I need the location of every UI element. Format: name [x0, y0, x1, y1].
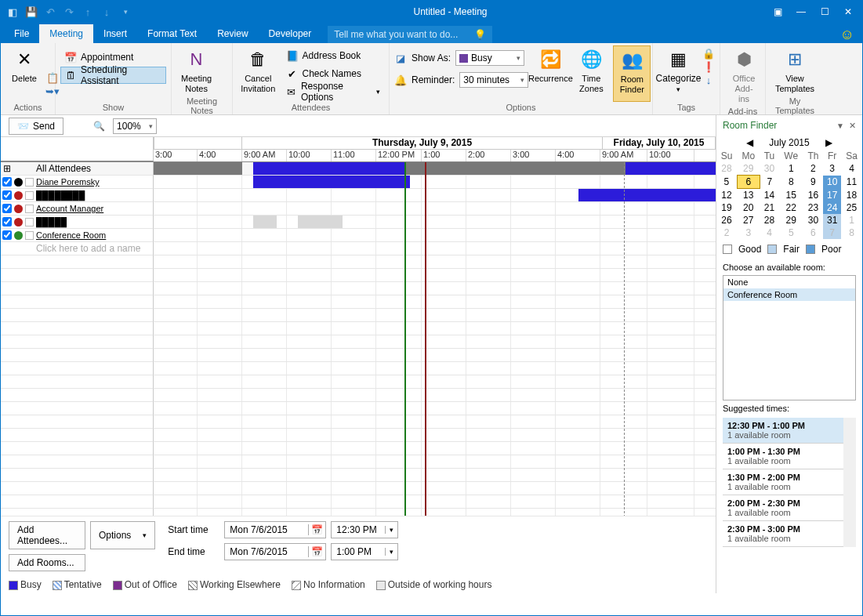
ribbon-options-icon[interactable]: ▣ [767, 3, 789, 20]
calendar-day[interactable]: 11 [841, 176, 861, 189]
add-rooms-button[interactable]: Add Rooms... [9, 554, 85, 571]
calendar-day[interactable]: 29 [779, 214, 804, 226]
calendar-day[interactable]: 6 [803, 226, 823, 239]
next-icon[interactable]: ↓ [98, 3, 115, 20]
office-addins-button[interactable]: ⬢Office Add-ins [725, 45, 763, 106]
suggested-time-item[interactable]: 2:00 PM - 2:30 PM1 available room [723, 495, 843, 521]
qat-app-icon[interactable]: ◧ [4, 3, 21, 20]
attendee-row[interactable]: Account Manager [1, 202, 154, 216]
scheduling-assistant-button[interactable]: 🗓Scheduling Assistant [60, 67, 166, 84]
qat-more-icon[interactable]: ▾ [117, 3, 134, 20]
room-list[interactable]: NoneConference Room [723, 275, 856, 400]
scroll-thumb[interactable] [845, 430, 854, 454]
attendee-checkbox[interactable] [2, 177, 12, 187]
calendar-day[interactable]: 13 [737, 189, 760, 202]
calendar-day[interactable]: 2 [716, 226, 737, 239]
calendar-day[interactable]: 5 [716, 176, 737, 189]
suggested-time-item[interactable]: 1:30 PM - 2:00 PM1 available room [723, 469, 843, 495]
calendar-day[interactable]: 19 [716, 201, 737, 214]
redo-icon[interactable]: ↷ [60, 3, 78, 20]
calendar-day[interactable]: 16 [803, 189, 823, 202]
calendar-picker-icon[interactable]: 📅 [308, 546, 325, 557]
calendar-day[interactable]: 5 [779, 226, 804, 239]
timeline-column[interactable] [154, 162, 716, 516]
time-zones-button[interactable]: 🌐Time Zones [572, 45, 610, 102]
calendar-day[interactable]: 10 [823, 176, 842, 189]
pane-dropdown-icon[interactable]: ▼ [836, 121, 844, 130]
room-finder-button[interactable]: 👥Room Finder [613, 45, 651, 102]
attendee-checkbox[interactable] [2, 230, 12, 240]
delete-button[interactable]: ✕ Delete [5, 45, 43, 102]
calendar-day[interactable]: 23 [803, 201, 823, 214]
tab-developer[interactable]: Developer [259, 24, 322, 43]
appointment-button[interactable]: 📅Appointment [60, 49, 166, 66]
suggested-time-item[interactable]: 1:00 PM - 1:30 PM1 available room [723, 444, 843, 469]
meeting-notes-button[interactable]: N Meeting Notes [176, 45, 216, 96]
save-icon[interactable]: 💾 [23, 3, 40, 20]
calendar-day[interactable]: 29 [737, 162, 760, 176]
pane-close-icon[interactable]: ✕ [849, 121, 856, 131]
high-importance-icon[interactable]: ❗ [702, 60, 715, 73]
calendar-day[interactable]: 3 [823, 162, 842, 176]
tab-review[interactable]: Review [207, 24, 258, 43]
close-icon[interactable]: ✕ [837, 3, 859, 20]
calendar-day[interactable]: 2 [803, 162, 823, 176]
add-attendee-row[interactable]: Click here to add a name [1, 242, 154, 255]
attendee-row[interactable]: ████████ [1, 189, 154, 202]
attendee-checkbox[interactable] [2, 204, 12, 213]
prev-month-icon[interactable]: ◀ [746, 137, 753, 148]
check-names-button[interactable]: ✔Check Names [282, 65, 384, 82]
private-icon[interactable]: 🔒 [702, 47, 715, 60]
add-attendees-button[interactable]: Add Attendees... [9, 521, 85, 549]
reminder-combo[interactable]: 30 minutes▾ [459, 72, 528, 88]
calendar-day[interactable]: 22 [779, 201, 804, 214]
calendar-picker-icon[interactable]: 📅 [308, 524, 325, 535]
end-time-input[interactable]: 1:00 PM▾ [331, 543, 398, 560]
options-button[interactable]: Options▾ [90, 521, 155, 549]
calendar-day[interactable]: 20 [737, 201, 760, 214]
expand-icon[interactable]: ⊞ [2, 163, 12, 174]
mini-calendar[interactable]: SuMoTuWeThFrSa28293012345678910111213141… [716, 150, 862, 239]
calendar-day[interactable]: 4 [841, 162, 861, 176]
calendar-day[interactable]: 9 [803, 176, 823, 189]
calendar-day[interactable]: 25 [841, 201, 861, 214]
calendar-day[interactable]: 3 [737, 226, 760, 239]
calendar-day[interactable]: 27 [737, 214, 760, 226]
calendar-day[interactable]: 1 [779, 162, 804, 176]
calendar-day[interactable]: 30 [803, 214, 823, 226]
minimize-icon[interactable]: — [790, 3, 812, 20]
tell-me-search[interactable]: Tell me what you want to do... 💡 [328, 26, 492, 43]
calendar-day[interactable]: 6 [737, 176, 760, 189]
scroll-up-icon[interactable]: ▲ [845, 418, 855, 429]
calendar-day[interactable]: 30 [760, 162, 779, 176]
cancel-invitation-button[interactable]: 🗑 Cancel Invitation [238, 45, 279, 102]
calendar-day[interactable]: 1 [841, 214, 861, 226]
attendee-row[interactable]: Conference Room [1, 229, 154, 242]
address-book-button[interactable]: 📘Address Book [282, 47, 384, 64]
low-importance-icon[interactable]: ↓ [702, 74, 715, 86]
suggested-time-item[interactable]: 12:30 PM - 1:00 PM1 available room [723, 418, 843, 444]
room-item[interactable]: None [723, 276, 855, 288]
tab-insert[interactable]: Insert [93, 24, 137, 43]
showas-combo[interactable]: Busy▾ [455, 50, 524, 66]
attendee-checkbox[interactable] [2, 190, 12, 200]
tab-format[interactable]: Format Text [137, 24, 207, 43]
calendar-day[interactable]: 31 [823, 214, 842, 226]
calendar-day[interactable]: 14 [760, 189, 779, 202]
feedback-smiley-icon[interactable]: ☺ [840, 27, 854, 43]
calendar-day[interactable]: 4 [760, 226, 779, 239]
maximize-icon[interactable]: ☐ [814, 3, 836, 20]
view-templates-button[interactable]: ⊞View Templates [771, 45, 819, 96]
calendar-day[interactable]: 8 [779, 176, 804, 189]
attendee-row[interactable]: █████ [1, 216, 154, 229]
zoom-combo[interactable]: 100%▾ [113, 118, 157, 134]
calendar-day[interactable]: 17 [823, 189, 842, 202]
attendee-row[interactable]: Diane Poremsky [1, 176, 154, 189]
calendar-day[interactable]: 8 [841, 226, 861, 239]
calendar-day[interactable]: 26 [716, 214, 737, 226]
room-item[interactable]: Conference Room [723, 288, 855, 301]
suggested-time-item[interactable]: 2:30 PM - 3:00 PM1 available room [723, 521, 843, 547]
calendar-day[interactable]: 21 [760, 201, 779, 214]
calendar-day[interactable]: 18 [841, 189, 861, 202]
calendar-day[interactable]: 7 [760, 176, 779, 189]
